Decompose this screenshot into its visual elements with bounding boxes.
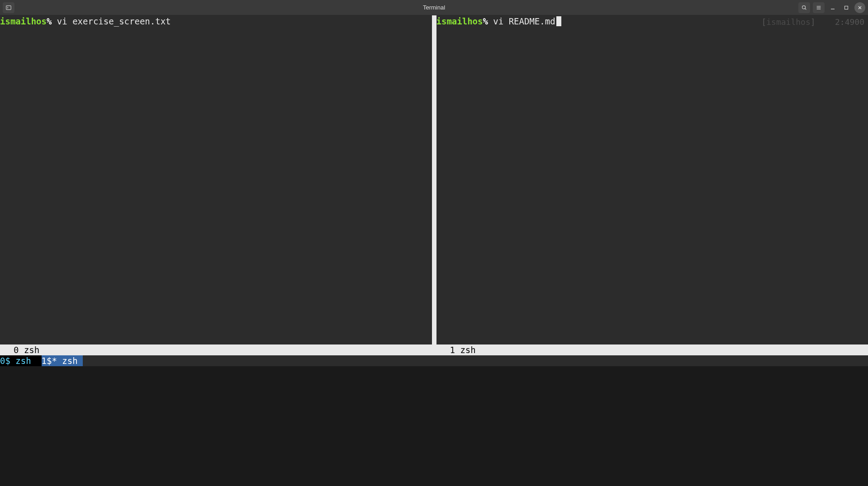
right-info-value: 2:4900: [835, 17, 864, 27]
svg-rect-7: [845, 6, 848, 9]
search-icon: [801, 5, 807, 11]
left-command: vi exercise_screen.txt: [52, 16, 171, 26]
minimize-button[interactable]: [827, 2, 838, 13]
terminal-area[interactable]: ismailhos% vi exercise_screen.txt ismail…: [0, 15, 868, 366]
svg-line-2: [805, 8, 806, 9]
pane-divider[interactable]: [432, 15, 436, 344]
tmux-bar-empty: [83, 355, 868, 366]
svg-rect-0: [6, 5, 11, 9]
left-pane[interactable]: ismailhos% vi exercise_screen.txt: [0, 15, 432, 344]
tmux-window-0[interactable]: 0$ zsh: [0, 355, 42, 366]
left-command-text: vi exercise_screen.txt: [57, 16, 171, 26]
titlebar-left-group: [3, 2, 14, 13]
minimize-icon: [830, 5, 835, 10]
left-prompt-line: ismailhos% vi exercise_screen.txt: [0, 16, 432, 27]
maximize-button[interactable]: [841, 2, 852, 13]
right-info-name: ismailhos: [766, 17, 811, 27]
right-hostname: ismailhos: [436, 16, 483, 26]
close-button[interactable]: [854, 2, 865, 13]
tmux-window-1[interactable]: 1$* zsh: [42, 355, 83, 366]
right-pane[interactable]: ismailhos% vi README.md [ismailhos] 2:49…: [436, 15, 868, 344]
right-command: vi README.md: [488, 16, 555, 26]
tmux-status-bar[interactable]: 0$ zsh 1$* zsh: [0, 355, 868, 366]
window-title: Terminal: [423, 4, 445, 11]
left-prompt-symbol: %: [47, 16, 52, 26]
desktop-below: [0, 366, 868, 486]
right-pane-info: [ismailhos] 2:4900: [761, 17, 864, 28]
titlebar-right-group: [798, 2, 865, 13]
right-command-text: vi README.md: [493, 16, 555, 26]
right-prompt-symbol: %: [483, 16, 488, 26]
tmux-panes: ismailhos% vi exercise_screen.txt ismail…: [0, 15, 868, 344]
hamburger-icon: [816, 5, 822, 11]
cursor: [556, 16, 561, 26]
search-button[interactable]: [798, 2, 810, 13]
pane-status-bar: 0 zsh 1 zsh: [0, 344, 868, 355]
new-tab-button[interactable]: [3, 2, 14, 13]
close-icon: [857, 5, 863, 10]
window-titlebar: Terminal: [0, 0, 868, 15]
right-pane-status: 1 zsh: [436, 344, 868, 355]
svg-point-1: [802, 5, 806, 9]
left-pane-status: 0 zsh: [0, 344, 432, 355]
pane-status-divider: [432, 344, 436, 355]
menu-button[interactable]: [813, 2, 825, 13]
maximize-icon: [844, 5, 849, 10]
terminal-icon: [5, 5, 12, 11]
left-hostname: ismailhos: [0, 16, 47, 26]
